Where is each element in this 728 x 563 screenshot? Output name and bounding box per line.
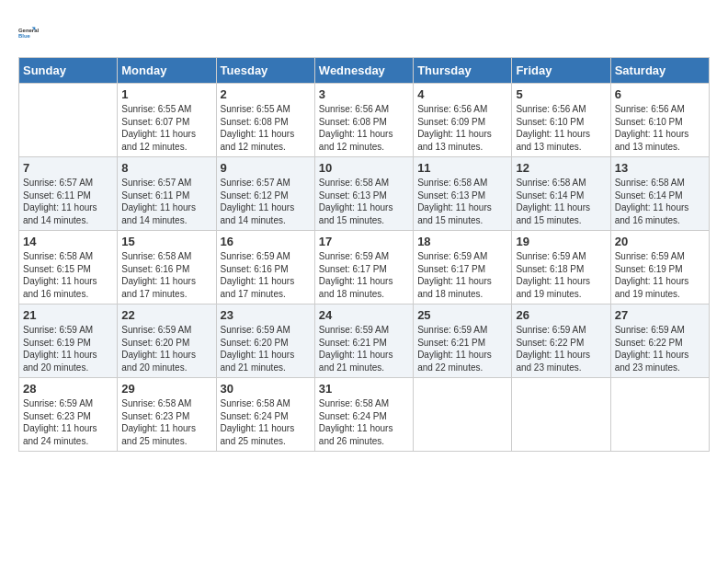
header-day-saturday: Saturday (610, 58, 709, 84)
calendar-table: SundayMondayTuesdayWednesdayThursdayFrid… (18, 57, 710, 452)
day-info: Sunrise: 6:57 AMSunset: 6:11 PMDaylight:… (121, 177, 211, 226)
day-cell: 11Sunrise: 6:58 AMSunset: 6:13 PMDayligh… (414, 157, 512, 231)
day-cell: 24Sunrise: 6:59 AMSunset: 6:21 PMDayligh… (314, 304, 413, 378)
day-number: 3 (319, 87, 409, 101)
day-number: 23 (221, 308, 311, 322)
day-info: Sunrise: 6:58 AMSunset: 6:13 PMDaylight:… (319, 177, 409, 226)
day-info: Sunrise: 6:57 AMSunset: 6:11 PMDaylight:… (23, 177, 113, 226)
calendar-header: SundayMondayTuesdayWednesdayThursdayFrid… (19, 58, 710, 84)
day-info: Sunrise: 6:59 AMSunset: 6:21 PMDaylight:… (319, 324, 409, 373)
day-number: 11 (417, 161, 507, 175)
day-info: Sunrise: 6:59 AMSunset: 6:16 PMDaylight:… (221, 250, 311, 300)
day-info: Sunrise: 6:59 AMSunset: 6:17 PMDaylight:… (417, 250, 507, 300)
day-number: 4 (417, 87, 507, 101)
day-number: 24 (319, 308, 409, 322)
svg-text:Blue: Blue (18, 33, 31, 39)
day-number: 14 (23, 235, 113, 248)
day-cell: 23Sunrise: 6:59 AMSunset: 6:20 PMDayligh… (216, 304, 314, 378)
day-info: Sunrise: 6:58 AMSunset: 6:16 PMDaylight:… (121, 250, 211, 300)
svg-text:General: General (18, 28, 39, 33)
day-info: Sunrise: 6:58 AMSunset: 6:15 PMDaylight:… (23, 250, 113, 300)
day-cell: 8Sunrise: 6:57 AMSunset: 6:11 PMDaylight… (118, 157, 216, 231)
day-info: Sunrise: 6:59 AMSunset: 6:23 PMDaylight:… (23, 397, 113, 447)
day-number: 26 (516, 308, 606, 322)
day-cell: 16Sunrise: 6:59 AMSunset: 6:16 PMDayligh… (216, 231, 314, 304)
day-info: Sunrise: 6:59 AMSunset: 6:19 PMDaylight:… (615, 250, 705, 300)
page-header: General Blue (18, 18, 710, 48)
day-cell: 15Sunrise: 6:58 AMSunset: 6:16 PMDayligh… (118, 231, 216, 304)
day-info: Sunrise: 6:58 AMSunset: 6:24 PMDaylight:… (221, 397, 311, 447)
day-cell: 10Sunrise: 6:58 AMSunset: 6:13 PMDayligh… (314, 157, 413, 231)
day-info: Sunrise: 6:58 AMSunset: 6:14 PMDaylight:… (615, 177, 705, 226)
day-cell: 9Sunrise: 6:57 AMSunset: 6:12 PMDaylight… (216, 157, 314, 231)
day-cell: 28Sunrise: 6:59 AMSunset: 6:23 PMDayligh… (19, 378, 118, 452)
day-number: 8 (121, 161, 211, 175)
day-number: 17 (319, 235, 409, 248)
day-info: Sunrise: 6:56 AMSunset: 6:08 PMDaylight:… (319, 103, 409, 153)
day-cell: 31Sunrise: 6:58 AMSunset: 6:24 PMDayligh… (314, 378, 413, 452)
week-row-4: 21Sunrise: 6:59 AMSunset: 6:19 PMDayligh… (19, 304, 710, 378)
day-info: Sunrise: 6:56 AMSunset: 6:10 PMDaylight:… (516, 103, 606, 153)
day-info: Sunrise: 6:59 AMSunset: 6:17 PMDaylight:… (319, 250, 409, 300)
day-info: Sunrise: 6:56 AMSunset: 6:10 PMDaylight:… (615, 103, 705, 153)
day-cell: 7Sunrise: 6:57 AMSunset: 6:11 PMDaylight… (19, 157, 118, 231)
day-number: 6 (615, 87, 705, 101)
logo-icon: General Blue (18, 18, 48, 48)
day-number: 31 (319, 382, 409, 396)
header-day-sunday: Sunday (19, 58, 118, 84)
day-number: 18 (417, 235, 507, 248)
day-number: 12 (516, 161, 606, 175)
day-info: Sunrise: 6:55 AMSunset: 6:07 PMDaylight:… (121, 103, 211, 153)
day-number: 15 (121, 235, 211, 248)
day-cell: 12Sunrise: 6:58 AMSunset: 6:14 PMDayligh… (512, 157, 610, 231)
day-cell: 30Sunrise: 6:58 AMSunset: 6:24 PMDayligh… (216, 378, 314, 452)
day-info: Sunrise: 6:58 AMSunset: 6:24 PMDaylight:… (319, 397, 409, 447)
header-day-tuesday: Tuesday (216, 58, 314, 84)
day-info: Sunrise: 6:59 AMSunset: 6:20 PMDaylight:… (221, 324, 311, 373)
header-row: SundayMondayTuesdayWednesdayThursdayFrid… (19, 58, 710, 84)
header-day-friday: Friday (512, 58, 610, 84)
day-cell: 22Sunrise: 6:59 AMSunset: 6:20 PMDayligh… (118, 304, 216, 378)
day-info: Sunrise: 6:59 AMSunset: 6:20 PMDaylight:… (121, 324, 211, 373)
day-cell: 4Sunrise: 6:56 AMSunset: 6:09 PMDaylight… (414, 84, 512, 157)
day-info: Sunrise: 6:59 AMSunset: 6:18 PMDaylight:… (516, 250, 606, 300)
day-info: Sunrise: 6:59 AMSunset: 6:22 PMDaylight:… (615, 324, 705, 373)
week-row-3: 14Sunrise: 6:58 AMSunset: 6:15 PMDayligh… (19, 231, 710, 304)
day-number: 1 (121, 87, 211, 101)
day-cell: 21Sunrise: 6:59 AMSunset: 6:19 PMDayligh… (19, 304, 118, 378)
day-number: 27 (615, 308, 705, 322)
day-number: 2 (221, 87, 311, 101)
day-number: 10 (319, 161, 409, 175)
day-cell (610, 378, 709, 452)
header-day-thursday: Thursday (414, 58, 512, 84)
header-day-wednesday: Wednesday (314, 58, 413, 84)
day-number: 20 (615, 235, 705, 248)
logo: General Blue (18, 18, 48, 48)
day-number: 29 (121, 382, 211, 396)
day-number: 9 (221, 161, 311, 175)
day-info: Sunrise: 6:57 AMSunset: 6:12 PMDaylight:… (221, 177, 311, 226)
day-info: Sunrise: 6:58 AMSunset: 6:14 PMDaylight:… (516, 177, 606, 226)
day-cell: 2Sunrise: 6:55 AMSunset: 6:08 PMDaylight… (216, 84, 314, 157)
day-cell (19, 84, 118, 157)
day-number: 25 (417, 308, 507, 322)
day-info: Sunrise: 6:55 AMSunset: 6:08 PMDaylight:… (221, 103, 311, 153)
day-cell: 5Sunrise: 6:56 AMSunset: 6:10 PMDaylight… (512, 84, 610, 157)
day-cell: 6Sunrise: 6:56 AMSunset: 6:10 PMDaylight… (610, 84, 709, 157)
day-info: Sunrise: 6:59 AMSunset: 6:22 PMDaylight:… (516, 324, 606, 373)
day-cell: 29Sunrise: 6:58 AMSunset: 6:23 PMDayligh… (118, 378, 216, 452)
day-cell: 18Sunrise: 6:59 AMSunset: 6:17 PMDayligh… (414, 231, 512, 304)
day-cell (512, 378, 610, 452)
day-info: Sunrise: 6:58 AMSunset: 6:23 PMDaylight:… (121, 397, 211, 447)
day-info: Sunrise: 6:59 AMSunset: 6:21 PMDaylight:… (417, 324, 507, 373)
day-cell: 13Sunrise: 6:58 AMSunset: 6:14 PMDayligh… (610, 157, 709, 231)
day-cell: 14Sunrise: 6:58 AMSunset: 6:15 PMDayligh… (19, 231, 118, 304)
day-number: 28 (23, 382, 113, 396)
day-number: 21 (23, 308, 113, 322)
day-cell: 20Sunrise: 6:59 AMSunset: 6:19 PMDayligh… (610, 231, 709, 304)
day-cell: 25Sunrise: 6:59 AMSunset: 6:21 PMDayligh… (414, 304, 512, 378)
day-number: 30 (221, 382, 311, 396)
day-number: 13 (615, 161, 705, 175)
day-number: 16 (221, 235, 311, 248)
day-info: Sunrise: 6:59 AMSunset: 6:19 PMDaylight:… (23, 324, 113, 373)
